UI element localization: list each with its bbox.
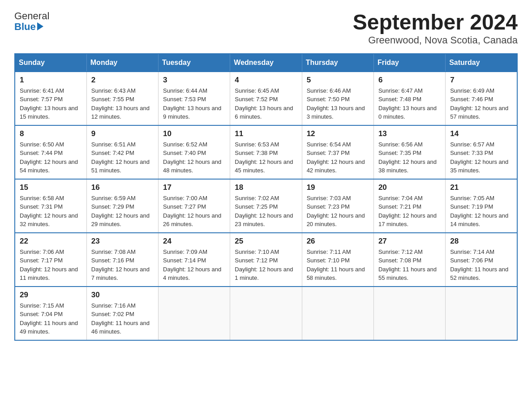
calendar-cell: 8 Sunrise: 6:50 AM Sunset: 7:44 PM Dayli… [15, 125, 86, 179]
day-info: Sunrise: 6:52 AM Sunset: 7:40 PM Dayligh… [163, 140, 225, 175]
day-info: Sunrise: 6:43 AM Sunset: 7:55 PM Dayligh… [91, 86, 154, 121]
day-number: 14 [450, 129, 512, 138]
calendar-cell: 9 Sunrise: 6:51 AM Sunset: 7:42 PM Dayli… [86, 125, 158, 179]
day-info: Sunrise: 7:14 AM Sunset: 7:06 PM Dayligh… [450, 248, 512, 283]
col-monday: Monday [86, 54, 158, 72]
day-number: 9 [91, 129, 154, 138]
day-info: Sunrise: 6:44 AM Sunset: 7:53 PM Dayligh… [163, 86, 225, 121]
calendar-cell: 6 Sunrise: 6:47 AM Sunset: 7:48 PM Dayli… [373, 72, 445, 125]
day-info: Sunrise: 7:05 AM Sunset: 7:19 PM Dayligh… [450, 194, 512, 229]
col-tuesday: Tuesday [159, 54, 230, 72]
header-row: Sunday Monday Tuesday Wednesday Thursday… [15, 54, 517, 72]
calendar-cell: 28 Sunrise: 7:14 AM Sunset: 7:06 PM Dayl… [446, 233, 517, 287]
title-block: September 2024 Greenwood, Nova Scotia, C… [353, 11, 518, 46]
day-info: Sunrise: 7:15 AM Sunset: 7:04 PM Dayligh… [20, 301, 82, 336]
day-number: 8 [20, 129, 82, 138]
calendar-cell: 22 Sunrise: 7:06 AM Sunset: 7:17 PM Dayl… [15, 233, 86, 287]
day-number: 27 [378, 237, 441, 246]
calendar-cell: 17 Sunrise: 7:00 AM Sunset: 7:27 PM Dayl… [159, 179, 230, 233]
calendar-cell: 26 Sunrise: 7:11 AM Sunset: 7:10 PM Dayl… [302, 233, 373, 287]
col-thursday: Thursday [302, 54, 373, 72]
calendar-cell [159, 287, 230, 340]
day-info: Sunrise: 7:06 AM Sunset: 7:17 PM Dayligh… [20, 248, 82, 283]
calendar-cell: 16 Sunrise: 6:59 AM Sunset: 7:29 PM Dayl… [86, 179, 158, 233]
day-number: 12 [307, 129, 369, 138]
day-number: 28 [450, 237, 512, 246]
logo-blue: Blue [14, 21, 36, 32]
calendar-cell: 24 Sunrise: 7:09 AM Sunset: 7:14 PM Dayl… [159, 233, 230, 287]
day-number: 22 [20, 237, 82, 246]
page-subtitle: Greenwood, Nova Scotia, Canada [353, 34, 518, 46]
day-info: Sunrise: 6:58 AM Sunset: 7:31 PM Dayligh… [20, 194, 82, 229]
day-number: 1 [20, 76, 82, 85]
day-number: 15 [20, 183, 82, 192]
calendar-cell: 2 Sunrise: 6:43 AM Sunset: 7:55 PM Dayli… [86, 72, 158, 125]
day-number: 20 [378, 183, 441, 192]
day-info: Sunrise: 7:00 AM Sunset: 7:27 PM Dayligh… [163, 194, 225, 229]
day-number: 30 [91, 291, 154, 300]
calendar-cell [302, 287, 373, 340]
day-info: Sunrise: 6:57 AM Sunset: 7:33 PM Dayligh… [450, 140, 512, 175]
calendar-cell: 29 Sunrise: 7:15 AM Sunset: 7:04 PM Dayl… [15, 287, 86, 340]
day-info: Sunrise: 7:10 AM Sunset: 7:12 PM Dayligh… [235, 248, 297, 283]
logo-triangle-icon [37, 22, 43, 30]
day-number: 17 [163, 183, 225, 192]
day-info: Sunrise: 7:03 AM Sunset: 7:23 PM Dayligh… [307, 194, 369, 229]
day-number: 6 [378, 76, 441, 85]
page-title: September 2024 [353, 11, 518, 34]
page-header: General Blue September 2024 Greenwood, N… [14, 11, 518, 46]
calendar-cell: 1 Sunrise: 6:41 AM Sunset: 7:57 PM Dayli… [15, 72, 86, 125]
calendar-cell: 14 Sunrise: 6:57 AM Sunset: 7:33 PM Dayl… [446, 125, 517, 179]
day-number: 10 [163, 129, 225, 138]
day-number: 13 [378, 129, 441, 138]
calendar-cell: 11 Sunrise: 6:53 AM Sunset: 7:38 PM Dayl… [230, 125, 302, 179]
day-number: 7 [450, 76, 512, 85]
calendar-cell [230, 287, 302, 340]
calendar-cell: 12 Sunrise: 6:54 AM Sunset: 7:37 PM Dayl… [302, 125, 373, 179]
day-number: 19 [307, 183, 369, 192]
day-info: Sunrise: 6:47 AM Sunset: 7:48 PM Dayligh… [378, 86, 441, 121]
calendar-cell: 3 Sunrise: 6:44 AM Sunset: 7:53 PM Dayli… [159, 72, 230, 125]
day-number: 18 [235, 183, 297, 192]
day-number: 23 [91, 237, 154, 246]
day-info: Sunrise: 7:16 AM Sunset: 7:02 PM Dayligh… [91, 301, 154, 336]
day-number: 11 [235, 129, 297, 138]
calendar-cell: 19 Sunrise: 7:03 AM Sunset: 7:23 PM Dayl… [302, 179, 373, 233]
logo: General Blue [14, 11, 49, 32]
calendar-cell: 21 Sunrise: 7:05 AM Sunset: 7:19 PM Dayl… [446, 179, 517, 233]
calendar-cell: 30 Sunrise: 7:16 AM Sunset: 7:02 PM Dayl… [86, 287, 158, 340]
day-info: Sunrise: 6:50 AM Sunset: 7:44 PM Dayligh… [20, 140, 82, 175]
day-info: Sunrise: 6:46 AM Sunset: 7:50 PM Dayligh… [307, 86, 369, 121]
day-number: 29 [20, 291, 82, 300]
calendar-week-5: 29 Sunrise: 7:15 AM Sunset: 7:04 PM Dayl… [15, 287, 517, 340]
day-info: Sunrise: 6:49 AM Sunset: 7:46 PM Dayligh… [450, 86, 512, 121]
day-info: Sunrise: 7:08 AM Sunset: 7:16 PM Dayligh… [91, 248, 154, 283]
day-number: 21 [450, 183, 512, 192]
day-number: 5 [307, 76, 369, 85]
day-number: 4 [235, 76, 297, 85]
day-number: 3 [163, 76, 225, 85]
calendar-cell [446, 287, 517, 340]
calendar-cell: 27 Sunrise: 7:12 AM Sunset: 7:08 PM Dayl… [373, 233, 445, 287]
calendar-cell: 10 Sunrise: 6:52 AM Sunset: 7:40 PM Dayl… [159, 125, 230, 179]
logo-general: General [14, 11, 49, 21]
calendar-week-1: 1 Sunrise: 6:41 AM Sunset: 7:57 PM Dayli… [15, 72, 517, 125]
col-saturday: Saturday [446, 54, 517, 72]
calendar-cell: 5 Sunrise: 6:46 AM Sunset: 7:50 PM Dayli… [302, 72, 373, 125]
day-info: Sunrise: 7:12 AM Sunset: 7:08 PM Dayligh… [378, 248, 441, 283]
day-number: 24 [163, 237, 225, 246]
day-info: Sunrise: 6:53 AM Sunset: 7:38 PM Dayligh… [235, 140, 297, 175]
col-wednesday: Wednesday [230, 54, 302, 72]
calendar-cell: 4 Sunrise: 6:45 AM Sunset: 7:52 PM Dayli… [230, 72, 302, 125]
day-info: Sunrise: 6:59 AM Sunset: 7:29 PM Dayligh… [91, 194, 154, 229]
calendar-cell: 18 Sunrise: 7:02 AM Sunset: 7:25 PM Dayl… [230, 179, 302, 233]
calendar-table: Sunday Monday Tuesday Wednesday Thursday… [14, 53, 518, 341]
calendar-cell: 15 Sunrise: 6:58 AM Sunset: 7:31 PM Dayl… [15, 179, 86, 233]
day-info: Sunrise: 6:54 AM Sunset: 7:37 PM Dayligh… [307, 140, 369, 175]
day-number: 16 [91, 183, 154, 192]
day-info: Sunrise: 6:51 AM Sunset: 7:42 PM Dayligh… [91, 140, 154, 175]
calendar-cell: 23 Sunrise: 7:08 AM Sunset: 7:16 PM Dayl… [86, 233, 158, 287]
day-info: Sunrise: 7:09 AM Sunset: 7:14 PM Dayligh… [163, 248, 225, 283]
calendar-week-2: 8 Sunrise: 6:50 AM Sunset: 7:44 PM Dayli… [15, 125, 517, 179]
day-info: Sunrise: 7:04 AM Sunset: 7:21 PM Dayligh… [378, 194, 441, 229]
